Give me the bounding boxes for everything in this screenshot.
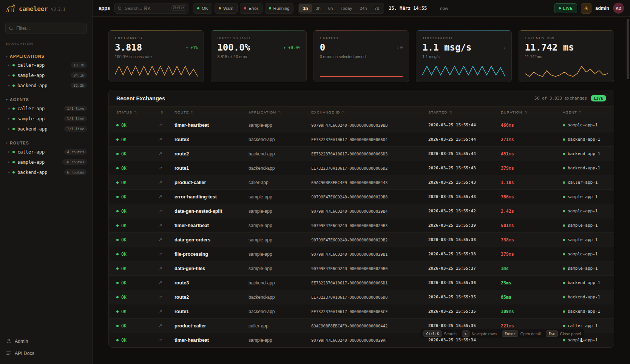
open-detail-arrow-icon[interactable]: ↗: [159, 295, 174, 299]
table-row[interactable]: OK ↗ route1 backend-app EE7322370A10617-…: [109, 161, 614, 175]
sidebar-item-agent[interactable]: ▸ caller-app 1/1 live: [0, 103, 92, 114]
stat-card[interactable]: EXCHANGES 3.818 ↑ +1% 100.0% success rat…: [108, 30, 204, 82]
open-detail-arrow-icon[interactable]: ↗: [159, 223, 174, 228]
sort-icon[interactable]: ⇅: [191, 111, 194, 114]
status-label: OK: [121, 151, 127, 157]
open-detail-arrow-icon[interactable]: ↗: [159, 252, 174, 256]
time-range-button[interactable]: 1h: [299, 4, 312, 12]
table-row[interactable]: OK ↗ data-gen-orders sample-app 90799F47…: [109, 233, 614, 247]
table-row[interactable]: OK ↗ timer-heartbeat sample-app 90799F47…: [109, 218, 614, 233]
section-routes-header[interactable]: ▾ ROUTES: [0, 139, 92, 147]
breadcrumb[interactable]: apps: [99, 5, 110, 11]
column-header[interactable]: ⇅: [159, 111, 174, 114]
status-dot: [12, 128, 15, 130]
vertical-scrollbar-thumb[interactable]: [627, 19, 629, 79]
status-filter-chip[interactable]: Warn: [215, 3, 238, 14]
table-row[interactable]: OK ↗ timer-heartbeat sample-app 90799F47…: [109, 118, 614, 132]
sort-icon[interactable]: ⇅: [278, 111, 281, 114]
table-row[interactable]: OK ↗ route3 backend-app EE7322370A10617-…: [109, 132, 614, 147]
column-header[interactable]: APPLICATION ⇅: [249, 110, 311, 114]
sort-icon[interactable]: ⇅: [134, 111, 137, 114]
table-row[interactable]: OK ↗ route2 backend-app EE7322370A10617-…: [109, 147, 614, 161]
open-detail-arrow-icon[interactable]: ↗: [159, 209, 174, 213]
open-detail-arrow-icon[interactable]: ↗: [159, 180, 174, 185]
key-badge: ⇅: [462, 330, 469, 337]
stat-card[interactable]: SUCCESS RATE 100.0% ↑ +0.0% 3.818 ok / 0…: [211, 30, 306, 82]
time-range-button[interactable]: 6h: [324, 4, 337, 12]
sidebar-item-api-docs[interactable]: API Docs: [0, 347, 92, 359]
page-indicator: 1: [580, 338, 583, 343]
sidebar-item-application[interactable]: ▸ caller-app 10.7k: [0, 60, 92, 70]
live-toggle-button[interactable]: LIVE: [554, 3, 577, 13]
table-row[interactable]: OK ↗ file-processing sample-app 90799F47…: [109, 247, 614, 261]
recent-exchanges-panel: Recent Exchanges 50 of 3.833 exchanges L…: [108, 90, 614, 348]
time-range-button[interactable]: Today: [337, 4, 356, 12]
sort-icon[interactable]: ⇅: [579, 111, 582, 114]
open-detail-arrow-icon[interactable]: ↗: [159, 309, 174, 314]
table-row[interactable]: OK ↗ data-gen-nested-split sample-app 90…: [109, 204, 614, 218]
open-detail-arrow-icon[interactable]: ↗: [159, 151, 174, 156]
open-detail-arrow-icon[interactable]: ↗: [159, 166, 174, 170]
stat-card[interactable]: THROUGHPUT 1.1 msg/s → 1.1 msg/s: [416, 30, 511, 82]
time-range-button[interactable]: 3h: [312, 4, 324, 12]
section-agents-header[interactable]: ▾ AGENTS: [0, 96, 92, 103]
route-cell: data-gen-files: [174, 266, 249, 271]
avatar[interactable]: AD: [613, 3, 624, 14]
now-label[interactable]: now: [440, 6, 448, 11]
agent-cell: sample-app-1: [563, 266, 606, 271]
status-label: OK: [121, 137, 127, 142]
sort-icon[interactable]: ⇅: [161, 111, 164, 114]
sidebar-item-agent[interactable]: ▸ sample-app 1/1 live: [0, 114, 92, 124]
current-datetime[interactable]: 25. März 14:55: [389, 6, 427, 11]
sidebar-item-admin[interactable]: Admin: [0, 335, 92, 347]
open-detail-arrow-icon[interactable]: ↗: [159, 338, 174, 342]
application-cell: caller-app: [249, 180, 311, 185]
table-row[interactable]: OK ↗ product-caller caller-app 69AC90BF8…: [109, 175, 614, 190]
sidebar-item-route-group[interactable]: ▸ backend-app 6 routes: [0, 167, 92, 177]
sidebar-item-agent[interactable]: ▸ backend-app 1/1 live: [0, 124, 92, 134]
section-applications-header[interactable]: ▾ APPLICATIONS: [0, 52, 92, 60]
theme-toggle-button[interactable]: ☀: [581, 3, 591, 14]
keyboard-hints: Ctrl+K Search ⇅ Navigate rows Enter Open…: [420, 329, 584, 338]
table-row[interactable]: OK ↗ error-handling-test sample-app 9079…: [109, 190, 614, 204]
stat-card[interactable]: LATENCY P99 11.742 ms 11.742ms: [519, 30, 614, 82]
sidebar-item-route-group[interactable]: ▸ sample-app 16 routes: [0, 157, 92, 167]
column-label: APPLICATION: [249, 110, 276, 114]
status-filter-chip[interactable]: Running: [265, 3, 294, 14]
column-header[interactable]: AGENT ⇅: [563, 110, 606, 114]
stat-subtext: 11.742ms: [525, 54, 608, 59]
table-row[interactable]: OK ↗ data-gen-files sample-app 90799F47E…: [109, 261, 614, 276]
status-filter-chip[interactable]: OK: [193, 3, 212, 14]
exchange-id-cell: 69AC90BF8EBC4F9-0000000000000442: [311, 324, 428, 328]
open-detail-arrow-icon[interactable]: ↗: [159, 280, 174, 285]
table-row[interactable]: OK ↗ route2 backend-app EE7322370A10617-…: [109, 290, 614, 304]
sidebar-item-application[interactable]: ▸ sample-app 84.1k: [0, 70, 92, 80]
open-detail-arrow-icon[interactable]: ↗: [159, 123, 174, 127]
column-header[interactable]: DURATION ⇅: [501, 110, 563, 114]
column-header[interactable]: STATUS ⇅: [116, 110, 159, 114]
status-filter-chip[interactable]: Error: [240, 3, 262, 14]
time-range-button[interactable]: 7d: [371, 4, 383, 12]
column-header[interactable]: EXCHANGE ID ⇅: [311, 110, 428, 114]
sidebar-item-route-group[interactable]: ▸ caller-app 4 routes: [0, 147, 92, 157]
sort-icon[interactable]: ⇅: [342, 111, 345, 114]
column-header[interactable]: STARTED ⇅: [428, 110, 501, 114]
column-label: EXCHANGE ID: [311, 110, 340, 114]
sort-icon[interactable]: ⇅: [449, 111, 452, 114]
time-range-button[interactable]: 24h: [356, 4, 371, 12]
brand-logo[interactable]: cameleer v3.2.1: [0, 0, 92, 18]
table-row[interactable]: OK ↗ route3 backend-app EE7322370A10617-…: [109, 276, 614, 290]
filter-input[interactable]: [5, 23, 87, 34]
sort-icon[interactable]: ⇅: [524, 111, 528, 114]
status-dot: [116, 153, 119, 155]
open-detail-arrow-icon[interactable]: ↗: [159, 266, 174, 271]
table-row[interactable]: OK ↗ route1 backend-app EE7322370A10617-…: [109, 304, 614, 319]
sidebar-item-application[interactable]: ▸ backend-app 32.2k: [0, 80, 92, 91]
open-detail-arrow-icon[interactable]: ↗: [159, 237, 174, 242]
open-detail-arrow-icon[interactable]: ↗: [159, 194, 174, 199]
column-header[interactable]: ROUTE ⇅: [174, 110, 249, 114]
open-detail-arrow-icon[interactable]: ↗: [159, 137, 174, 142]
routes-count-badge: 6 routes: [64, 169, 87, 175]
open-detail-arrow-icon[interactable]: ↗: [159, 323, 174, 328]
stat-card[interactable]: ERRORS 0 → 0 0 errors in selected period: [313, 30, 409, 82]
